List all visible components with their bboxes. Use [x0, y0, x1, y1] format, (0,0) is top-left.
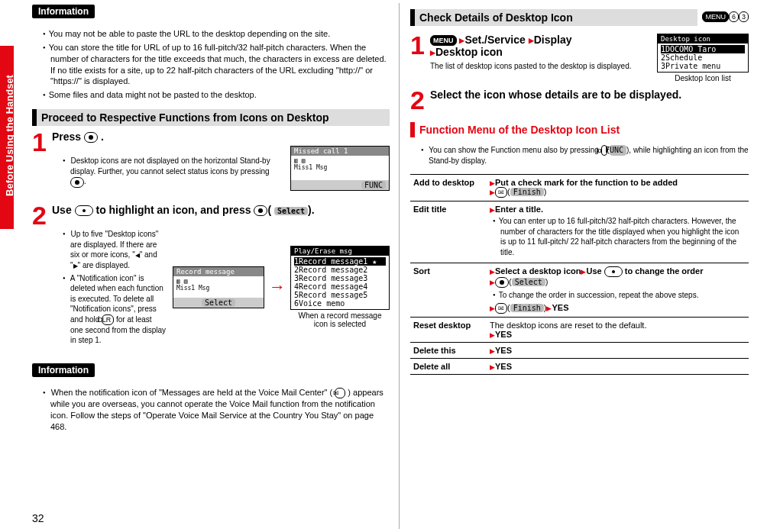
- list-item: 5Record message5: [294, 291, 386, 299]
- nav-key-icon: [604, 266, 623, 277]
- desktop-icon-screen: Desktop icon 1DOCOMO Taro 2Schedule 3Pri…: [657, 34, 749, 82]
- list-item: 3Record message3: [294, 274, 386, 282]
- finish-label: Finish: [510, 304, 544, 312]
- text: ).: [308, 204, 315, 216]
- text: Use: [52, 204, 75, 216]
- section-heading-proceed: Proceed to Respective Functions from Ico…: [32, 109, 390, 126]
- text: Put a check mark for the function to be …: [495, 178, 678, 187]
- step-number: 2: [32, 204, 52, 356]
- list-item: 3Private menu: [661, 62, 745, 70]
- menu-chip: MENU: [430, 35, 457, 46]
- info-item: You may not be able to paste the URL to …: [43, 28, 390, 40]
- triangle-icon: ▶: [490, 268, 495, 276]
- information-heading-1: Information: [32, 5, 95, 18]
- triangle-icon: ▶: [490, 347, 495, 355]
- row-desc: ▶Put a check mark for the function to be…: [487, 174, 749, 201]
- bullet: You can show the Function menu also by p…: [421, 145, 749, 166]
- screen-title: Play/Erase msg: [291, 247, 389, 256]
- triangle-icon: ▶: [490, 331, 495, 339]
- text: Press: [52, 131, 84, 143]
- center-key-icon: [70, 177, 84, 188]
- information-heading-2: Information: [32, 363, 95, 377]
- right-arrow-icon: ▶: [73, 263, 78, 269]
- information-list-1: You may not be able to paste the URL to …: [32, 28, 390, 101]
- func-intro: You can show the Function menu also by p…: [410, 145, 749, 166]
- row-desc: ▶Enter a title. You can enter up to 16 f…: [487, 202, 749, 263]
- center-key-icon: [254, 205, 267, 216]
- triangle-icon: ▶: [490, 179, 495, 187]
- select-label: Select: [202, 298, 235, 307]
- left-column: Information You may not be able to paste…: [0, 3, 400, 529]
- text: .: [101, 131, 104, 143]
- row-name: Sort: [410, 263, 487, 318]
- step-2: 2 Use to highlight an icon, and press ( …: [32, 204, 390, 356]
- page-number: 32: [32, 512, 44, 524]
- information-list-2: When the notification icon of "Messages …: [32, 387, 390, 433]
- table-row: Reset desktop The desktop icons are rese…: [410, 317, 749, 342]
- screen-b: Play/Erase msg 1Record message1 ★ 2Recor…: [290, 246, 390, 328]
- function-menu-table: Add to desktop ▶Put a check mark for the…: [410, 174, 749, 375]
- right-step-1: 1 MENU ▶Set./Service ▶Display ▶Desktop i…: [410, 34, 749, 82]
- text: YES: [495, 346, 512, 355]
- step-title: Press .: [52, 131, 390, 143]
- step-title: MENU ▶Set./Service ▶Display ▶Desktop ico…: [430, 34, 649, 58]
- step-desc: The list of desktop icons pasted to the …: [430, 61, 649, 72]
- mail-key-icon: ✉: [495, 187, 507, 198]
- triangle-icon: ▶: [430, 50, 435, 57]
- center-key-icon: [84, 132, 98, 143]
- text: The desktop icons are reset to the defau…: [490, 321, 646, 330]
- screen-caption: Desktop Icon list: [657, 74, 749, 82]
- voicemail-icon: ✉: [335, 388, 345, 398]
- text: Enter a title.: [495, 205, 543, 214]
- row-desc: ▶YES: [487, 343, 749, 359]
- list-item: 2Schedule: [661, 53, 745, 62]
- triangle-icon: ▶: [490, 305, 495, 312]
- table-row: Edit title ▶Enter a title. You can enter…: [410, 202, 749, 263]
- row-desc: ▶Select a desktop icon▶Use to change the…: [487, 263, 749, 318]
- triangle-icon: ▶: [529, 37, 534, 44]
- clr-key: CLR: [102, 314, 114, 325]
- right-step-2: 2 Select the icon whose details are to b…: [410, 89, 749, 111]
- table-row: Sort ▶Select a desktop icon▶Use to chang…: [410, 263, 749, 318]
- text: YES: [495, 362, 512, 371]
- screen-a: Record message ▥ ▥Miss1 Msg Select: [173, 266, 264, 308]
- text: Set./Service: [464, 34, 525, 46]
- function-menu-heading: Function Menu of the Desktop Icon List: [410, 122, 749, 137]
- step-title: Use to highlight an icon, and press ( Se…: [52, 204, 390, 216]
- screen-caption: When a record message icon is selected: [290, 311, 390, 328]
- row-name: Add to desktop: [410, 174, 487, 201]
- text: You can show the Function menu also by p…: [429, 146, 600, 154]
- row-name: Reset desktop: [410, 317, 487, 342]
- row-name: Delete all: [410, 359, 487, 375]
- bullet: You can enter up to 16 full-pitch/32 hal…: [493, 216, 746, 257]
- screen-title: Missed call 1: [291, 147, 389, 156]
- table-row: Add to desktop ▶Put a check mark for the…: [410, 174, 749, 201]
- screen-title: Desktop icon: [658, 34, 748, 44]
- row-name: Edit title: [410, 202, 487, 263]
- text: Use: [586, 266, 604, 276]
- triangle-icon: ▶: [490, 279, 495, 286]
- step-title: Select the icon whose details are to be …: [430, 89, 749, 101]
- left-arrow-icon: ◀: [135, 252, 140, 259]
- info-item: Some files and data might not be pasted …: [43, 89, 390, 101]
- text: Desktop icon: [435, 46, 503, 58]
- step-1: 1 Press . Desktop icons are not displaye…: [32, 131, 390, 198]
- text: Desktop icons are not displayed on the h…: [70, 156, 270, 176]
- select-label: Select: [274, 207, 308, 215]
- text: Select a desktop icon: [495, 266, 581, 276]
- mail-key-icon: ✉: [495, 303, 507, 314]
- menu-chip: MENU: [702, 11, 729, 22]
- row-name: Delete this: [410, 343, 487, 359]
- text: YES: [552, 303, 568, 312]
- bullet: Desktop icons are not displayed on the h…: [63, 156, 283, 187]
- step-number: 2: [410, 89, 430, 111]
- screen-title: Record message: [173, 267, 264, 276]
- step2-bullets: Up to five "Desktop icons" are displayed…: [52, 227, 167, 348]
- section-heading-check: Check Details of Desktop Icon: [410, 9, 697, 26]
- arrow-icon: →: [269, 277, 286, 297]
- triangle-icon: ▶: [490, 189, 495, 196]
- step1-screen-mock: Missed call 1 ▥ ▥Miss1 Msg FUNC: [290, 146, 390, 197]
- right-column: Check Details of Desktop Icon MENU63 1 M…: [400, 3, 758, 529]
- key-6: 6: [729, 11, 739, 22]
- info-item: When the notification icon of "Messages …: [43, 387, 390, 433]
